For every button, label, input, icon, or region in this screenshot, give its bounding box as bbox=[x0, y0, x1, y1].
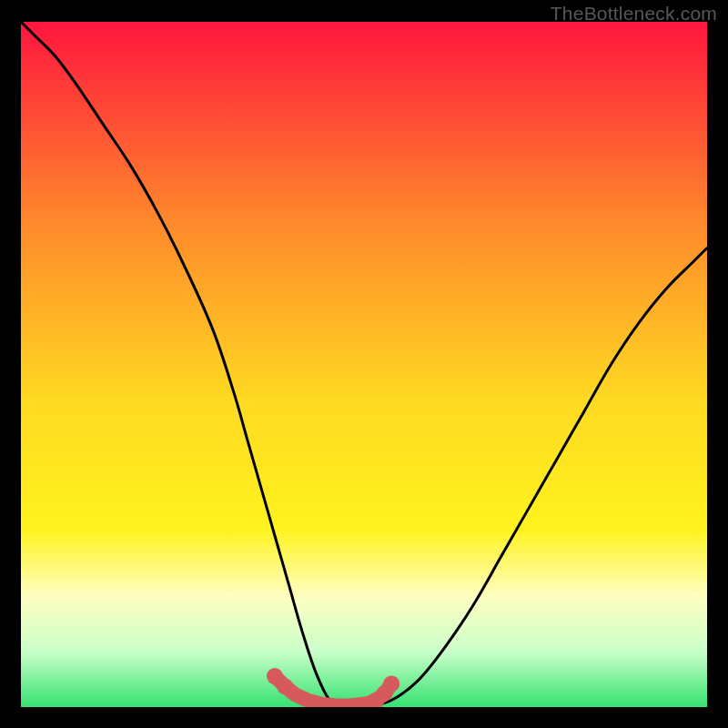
chart-frame: TheBottleneck.com bbox=[0, 0, 728, 728]
optimal-marker-dot bbox=[383, 675, 399, 692]
bottleneck-chart bbox=[21, 22, 707, 707]
gradient-background bbox=[21, 22, 707, 707]
optimal-marker-dot bbox=[277, 678, 293, 694]
plot-area bbox=[21, 22, 707, 707]
